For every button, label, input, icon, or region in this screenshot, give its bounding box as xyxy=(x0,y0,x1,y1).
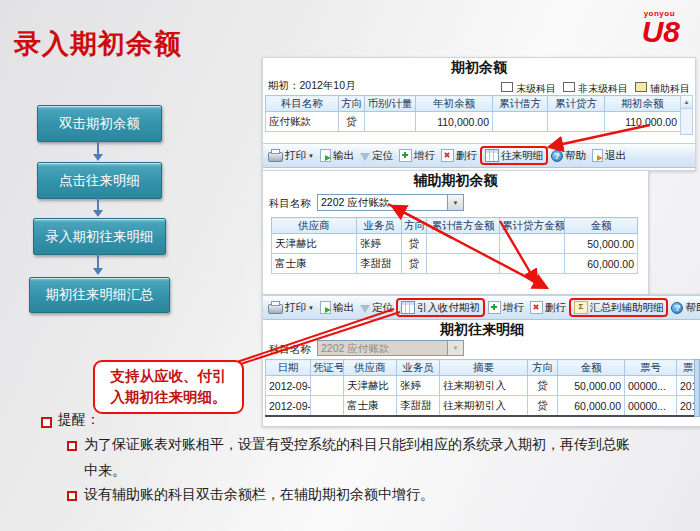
locate-button[interactable]: 定位 xyxy=(357,298,396,317)
help-button[interactable]: ?帮助 xyxy=(668,298,700,317)
delete-row-icon xyxy=(441,149,454,162)
table-row[interactable]: 天津赫比 张婷 贷 50,000.00 xyxy=(272,234,638,254)
window-title: 期初往来明细 xyxy=(263,321,700,339)
cell-date[interactable]: 2012-09-30 xyxy=(266,396,311,417)
cell-direction[interactable]: 贷 xyxy=(528,376,558,396)
cell-amount[interactable]: 60,000.00 xyxy=(565,254,638,274)
table-row[interactable]: 富士康 李甜甜 贷 60,000.00 xyxy=(272,254,638,274)
flow-step-4: 期初往来明细汇总 xyxy=(29,277,170,313)
help-button[interactable]: ?帮助 xyxy=(548,146,589,165)
column-header: 供应商 xyxy=(272,218,357,234)
add-row-button[interactable]: 增行 xyxy=(396,146,438,165)
add-row-button[interactable]: 增行 xyxy=(485,298,527,317)
window-title: 辅助期初余额 xyxy=(263,172,648,190)
cell-supplier[interactable]: 富士康 xyxy=(344,396,397,417)
cell-accum-credit[interactable] xyxy=(548,112,605,132)
cell-salesperson[interactable]: 李甜甜 xyxy=(357,254,402,274)
cell-bill-no[interactable]: 00000... xyxy=(625,376,677,396)
page-title: 录入期初余额 xyxy=(14,26,182,62)
detail-grid-icon xyxy=(485,149,499,162)
column-header: 摘要 xyxy=(440,360,528,376)
button-label: 定位 xyxy=(372,149,393,163)
subject-legend: 末级科目 非末级科目 辅助科目 xyxy=(501,82,690,96)
table-row[interactable]: 2012-09-30 天津赫比 张婷 往来期初引入 贷 50,000.00 00… xyxy=(266,376,700,396)
cell-accum-credit[interactable] xyxy=(500,254,565,274)
table-header-row: 供应商 业务员 方向 累计借方金额 累计贷方金额 金额 xyxy=(272,218,638,234)
cell-direction[interactable]: 贷 xyxy=(402,254,427,274)
legend-label: 辅助科目 xyxy=(650,83,690,94)
import-receivable-payable-button[interactable]: 引入收付期初 xyxy=(396,298,485,317)
cell-amount[interactable]: 50,000.00 xyxy=(558,376,625,396)
yonyou-u8-logo: yonyou U8 xyxy=(642,10,680,47)
funnel-icon xyxy=(360,305,370,313)
scroll-up-icon[interactable]: ▲ xyxy=(681,96,692,109)
export-button[interactable]: 输出 xyxy=(317,298,357,317)
cell-direction[interactable]: 贷 xyxy=(339,112,365,132)
cell-supplier[interactable]: 富士康 xyxy=(272,254,357,274)
cell-supplier[interactable]: 天津赫比 xyxy=(344,376,397,396)
cell-currency[interactable] xyxy=(365,112,416,132)
caret-down-icon: ▼ xyxy=(308,305,314,311)
white-square-icon xyxy=(563,82,575,92)
subject-name-label: 科目名称 xyxy=(269,197,311,211)
cell-accum-debit[interactable] xyxy=(493,112,548,132)
delete-row-icon xyxy=(530,301,543,314)
locate-button[interactable]: 定位 xyxy=(357,146,396,165)
table-row[interactable]: 2012-09-30 富士康 李甜甜 往来期初引入 贷 60,000.00 00… xyxy=(266,396,700,417)
cell-summary[interactable]: 往来期初引入 xyxy=(440,376,528,396)
cell-amount[interactable]: 60,000.00 xyxy=(558,396,625,417)
export-icon xyxy=(320,301,331,314)
reminder-item-continued: 中来。 xyxy=(84,462,126,480)
cell-voucher-no[interactable] xyxy=(311,376,344,396)
column-header: 方向 xyxy=(402,218,427,234)
cell-supplier[interactable]: 天津赫比 xyxy=(272,234,357,254)
cell-year-begin-balance[interactable]: 110,000.00 xyxy=(416,112,493,132)
button-label: 增行 xyxy=(503,301,524,315)
cell-subject[interactable]: 应付账款 xyxy=(266,112,339,132)
column-header: 票号 xyxy=(625,360,677,376)
print-button[interactable]: 打印▼ xyxy=(265,146,317,165)
cell-accum-debit[interactable] xyxy=(427,234,500,254)
column-header: 币别/计量 xyxy=(365,96,416,112)
cell-direction[interactable]: 贷 xyxy=(528,396,558,417)
table-row[interactable]: 应付账款 贷 110,000.00 110,000.00 xyxy=(266,112,681,132)
cell-voucher-no[interactable] xyxy=(311,396,344,417)
legend-item: 非末级科目 xyxy=(563,82,628,96)
vertical-scrollbar[interactable]: ▲ xyxy=(680,95,693,135)
column-header: 累计借方金额 xyxy=(427,218,500,234)
column-header: 金额 xyxy=(565,218,638,234)
print-button[interactable]: 打印▼ xyxy=(265,298,317,317)
funnel-icon xyxy=(360,153,370,161)
cell-salesperson[interactable]: 张婷 xyxy=(397,376,440,396)
column-header: 方向 xyxy=(528,360,558,376)
chevron-down-icon[interactable]: ▼ xyxy=(447,195,463,210)
callout-text: 支持从应收、付引 xyxy=(111,366,227,387)
transaction-detail-button[interactable]: 往来明细 xyxy=(480,146,548,165)
legend-item: 辅助科目 xyxy=(635,82,690,96)
delete-row-button[interactable]: 删行 xyxy=(438,146,480,165)
cell-accum-debit[interactable] xyxy=(427,254,500,274)
period-label: 期初：2012年10月 xyxy=(268,79,356,93)
cell-bill-no[interactable]: 00000... xyxy=(625,396,677,417)
cell-initial-balance[interactable]: 110,000.00 xyxy=(605,112,681,132)
bullet-square-icon xyxy=(67,441,77,451)
delete-row-button[interactable]: 删行 xyxy=(527,298,569,317)
chevron-down-icon: ▼ xyxy=(447,341,463,355)
summarize-to-auxiliary-button[interactable]: Σ汇总到辅助明细 xyxy=(569,298,669,317)
cell-salesperson[interactable]: 张婷 xyxy=(357,234,402,254)
cell-date[interactable]: 2012-09-30 xyxy=(266,376,311,396)
cell-summary[interactable]: 往来期初引入 xyxy=(440,396,528,417)
vertical-scrollbar[interactable] xyxy=(694,359,700,417)
add-row-icon xyxy=(399,149,412,162)
subject-select[interactable]: 2202 应付账款 ▼ xyxy=(317,194,464,211)
export-button[interactable]: 输出 xyxy=(317,146,357,165)
column-header: 累计贷方 xyxy=(548,96,605,112)
cell-direction[interactable]: 贷 xyxy=(402,234,427,254)
add-row-icon xyxy=(488,301,501,314)
exit-button[interactable]: 退出 xyxy=(589,146,629,165)
callout-text: 入期初往来明细。 xyxy=(111,387,227,408)
cell-salesperson[interactable]: 李甜甜 xyxy=(397,396,440,417)
cell-amount[interactable]: 50,000.00 xyxy=(565,234,638,254)
cell-accum-credit[interactable] xyxy=(500,234,565,254)
legend-label: 末级科目 xyxy=(516,83,556,94)
